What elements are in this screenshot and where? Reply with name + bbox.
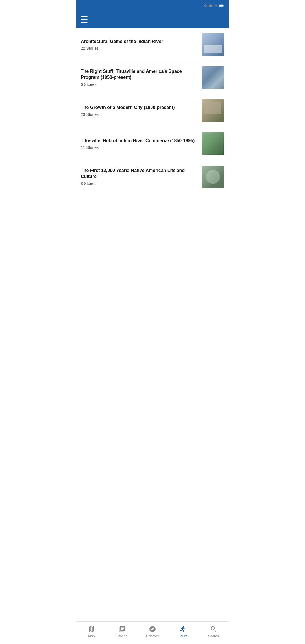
stories-nav-label: Stories — [117, 634, 127, 638]
tour-stories-count: 11 Stories — [81, 145, 197, 150]
nav-item-map[interactable]: Map — [76, 623, 107, 640]
nav-item-tours[interactable]: Tours — [168, 623, 198, 640]
tour-info: Architectural Gems of the Indian River 2… — [81, 39, 202, 51]
status-icons — [203, 4, 224, 8]
tour-title: The Right Stuff: Titusville and America'… — [81, 69, 197, 80]
tour-info: Titusville, Hub of Indian River Commerce… — [81, 138, 202, 150]
cloud-icon — [208, 4, 213, 8]
tour-title: Architectural Gems of the Indian River — [81, 39, 197, 45]
stories-icon — [118, 625, 126, 633]
tour-item[interactable]: Titusville, Hub of Indian River Commerce… — [76, 127, 229, 160]
status-bar — [76, 0, 229, 11]
tour-stories-count: 8 Stories — [81, 181, 197, 186]
tour-thumbnail — [202, 166, 224, 188]
tour-stories-count: 23 Stories — [81, 112, 197, 117]
tour-info: The Right Stuff: Titusville and America'… — [81, 69, 202, 87]
nav-item-discover[interactable]: Discover — [137, 623, 168, 640]
search-nav-label: Search — [208, 634, 219, 638]
tour-thumbnail — [202, 66, 224, 89]
tour-item[interactable]: The Growth of a Modern City (1900-presen… — [76, 94, 229, 127]
signal-icon — [214, 4, 218, 8]
tour-item[interactable]: The First 12,000 Years: Native American … — [76, 160, 229, 193]
tour-thumbnail — [202, 99, 224, 122]
svg-rect-1 — [224, 5, 224, 6]
tour-item[interactable]: The Right Stuff: Titusville and America'… — [76, 61, 229, 94]
tour-info: The Growth of a Modern City (1900-presen… — [81, 105, 202, 117]
tour-stories-count: 22 Stories — [81, 46, 197, 51]
tour-item[interactable]: Architectural Gems of the Indian River 2… — [76, 28, 229, 61]
tours-nav-label: Tours — [179, 634, 187, 638]
battery-icon — [219, 4, 224, 7]
header — [76, 11, 229, 28]
tour-thumbnail — [202, 132, 224, 155]
map-icon — [88, 625, 95, 633]
search-icon — [210, 625, 217, 633]
discover-icon — [149, 625, 156, 633]
nav-item-search[interactable]: Search — [198, 623, 229, 640]
menu-button[interactable] — [81, 16, 88, 23]
tour-list: Architectural Gems of the Indian River 2… — [76, 28, 229, 621]
tours-icon — [179, 625, 187, 633]
tour-title: The First 12,000 Years: Native American … — [81, 168, 197, 180]
tour-title: The Growth of a Modern City (1900-presen… — [81, 105, 197, 111]
nav-item-stories[interactable]: Stories — [107, 623, 137, 640]
bottom-nav: Map Stories Discover Tours Search — [76, 621, 229, 644]
discover-nav-label: Discover — [146, 634, 159, 638]
tour-stories-count: 6 Stories — [81, 82, 197, 87]
tour-info: The First 12,000 Years: Native American … — [81, 168, 202, 186]
tour-thumbnail — [202, 33, 224, 56]
map-nav-label: Map — [88, 634, 95, 638]
svg-rect-2 — [219, 5, 223, 6]
tour-title: Titusville, Hub of Indian River Commerce… — [81, 138, 197, 144]
settings-icon — [203, 4, 207, 8]
